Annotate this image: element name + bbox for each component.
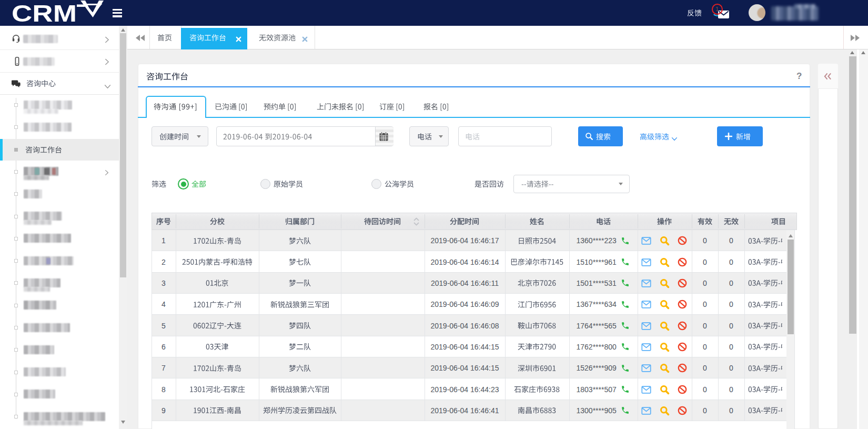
svg-text:CRM: CRM: [12, 0, 77, 26]
